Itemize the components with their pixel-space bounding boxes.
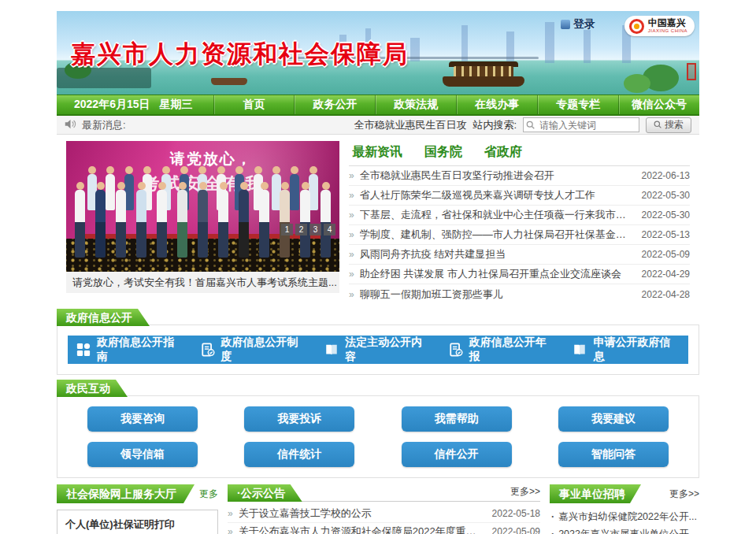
item-arrow-icon: » xyxy=(349,170,354,181)
book-icon xyxy=(324,343,339,357)
announcement-item[interactable]: » 关于公布嘉兴市人力资源和社会保障局2022年度重大行政决策事... 2022… xyxy=(228,523,540,534)
bullet-icon: · xyxy=(551,511,554,522)
person-figure xyxy=(258,182,270,258)
person-figure xyxy=(197,182,209,258)
news-panel: 最新资讯国务院省政府 » 全市稳就业惠民生百日攻坚行动推进会召开 2022-06… xyxy=(349,141,690,304)
news-item[interactable]: » 下基层、走流程，省社保和就业中心主任项薇一行来我市调研“国统”上线情况 20… xyxy=(349,206,690,225)
item-arrow-icon: » xyxy=(349,229,354,240)
site-title: 嘉兴市人力资源和社会保障局 xyxy=(71,38,409,71)
interaction-button[interactable]: 我要建议 xyxy=(558,406,669,432)
item-arrow-icon: » xyxy=(349,269,354,280)
news-item-date: 2022-06-13 xyxy=(642,170,690,181)
pavilion xyxy=(687,63,696,80)
search-box xyxy=(523,117,639,132)
nav-item[interactable]: 首页 xyxy=(213,95,295,114)
gov-info-button[interactable]: 申请公开政府信息 xyxy=(564,336,688,364)
news-item-date: 2022-04-28 xyxy=(642,289,690,300)
pager-dot[interactable]: 1 xyxy=(281,224,293,235)
nav-item[interactable]: 微信公众号 xyxy=(618,95,699,114)
item-arrow-icon: » xyxy=(349,289,354,300)
main-content-row: 请党放心， 考试安全有我 1234 请党放心，考试安全有我！首届嘉兴市人事考试系… xyxy=(57,135,699,304)
news-item[interactable]: » 聊聊五一假期加班工资那些事儿 2022-04-28 xyxy=(349,284,690,304)
site-logo: 中国嘉兴 JIAXING CHINA xyxy=(624,16,695,36)
gov-info-button[interactable]: 政府信息公开年报 xyxy=(440,336,565,364)
pager-dot[interactable]: 4 xyxy=(324,224,335,235)
interaction-buttons: 我要咨询我要投诉我需帮助我要建议领导信箱信件统计信件公开智能问答 xyxy=(57,395,699,478)
service-item[interactable]: 个人(单位)社保证明打印 xyxy=(57,510,218,534)
announcements-title: ·公示公告 xyxy=(228,484,302,502)
news-item-date: 2022-05-13 xyxy=(642,229,690,240)
news-item-title: 下基层、走流程，省社保和就业中心主任项薇一行来我市调研“国统”上线情况 xyxy=(360,208,634,222)
recruitment-title: 事业单位招聘 xyxy=(550,484,641,503)
pager-dot[interactable]: 2 xyxy=(295,224,307,235)
item-arrow-icon: » xyxy=(349,190,354,201)
news-tab[interactable]: 国务院 xyxy=(423,143,464,165)
interaction-button[interactable]: 智能问答 xyxy=(558,442,669,467)
nav-item[interactable]: 政务公开 xyxy=(294,95,375,114)
nav-item[interactable]: 专题专栏 xyxy=(537,95,618,114)
recruitment-list: · 嘉兴市妇幼保健院2022年公开... · 2022年嘉兴市属事业单位公开..… xyxy=(550,508,699,534)
item-arrow-icon: » xyxy=(228,526,233,534)
doc-check-icon xyxy=(449,343,463,357)
person-figure xyxy=(115,182,127,258)
recruitment-item-title: 嘉兴市妇幼保健院2022年公开... xyxy=(558,510,699,524)
news-item[interactable]: » 全市稳就业惠民生百日攻坚行动推进会召开 2022-06-13 xyxy=(349,166,690,186)
gov-info-button[interactable]: 政府信息公开指南 xyxy=(68,336,192,364)
announcement-item[interactable]: » 关于设立嘉善技工学校的公示 2022-05-18 xyxy=(228,505,540,523)
search-button[interactable]: 搜索 xyxy=(646,117,691,133)
announcements-list: » 关于设立嘉善技工学校的公示 2022-05-18 » 关于公布嘉兴市人力资源… xyxy=(228,505,540,534)
doc-check-icon xyxy=(201,343,215,357)
page-container: 嘉兴市人力资源和社会保障局 登录 中国嘉兴 JIAXING CHINA 2022… xyxy=(57,11,699,534)
nav-item[interactable]: 在线办事 xyxy=(456,95,537,114)
interaction-button[interactable]: 我需帮助 xyxy=(402,406,512,432)
ticker-scrolling-text[interactable]: 全市稳就业惠民生百日攻 xyxy=(354,118,466,132)
news-item[interactable]: » 风雨同舟齐抗疫 结对共建显担当 2022-05-09 xyxy=(349,245,690,265)
nav-date: 2022年6月15日 星期三 xyxy=(57,95,213,114)
item-arrow-icon: » xyxy=(228,508,233,519)
news-item-title: 学制度、建机制、强防控——市人力社保局召开社保基金要情专题学习会 xyxy=(360,228,634,242)
announcements-more-link[interactable]: 更多>> xyxy=(510,485,540,501)
person-figure xyxy=(135,182,147,258)
news-item-title: 风雨同舟齐抗疫 结对共建显担当 xyxy=(360,247,634,261)
ticker-label: 最新消息: xyxy=(82,118,126,132)
news-item[interactable]: » 学制度、建机制、强防控——市人力社保局召开社保基金要情专题学习会 2022-… xyxy=(349,225,690,245)
recruitment-more-link[interactable]: 更多>> xyxy=(669,488,699,503)
news-tabs: 最新资讯国务院省政府 xyxy=(349,141,690,166)
social-security-title: 社会保险网上服务大厅 xyxy=(57,484,195,503)
search-icon xyxy=(654,121,662,129)
book-icon xyxy=(573,343,587,357)
gov-info-title: 政府信息公开 xyxy=(57,309,150,326)
interaction-button[interactable]: 领导信箱 xyxy=(87,442,198,467)
gov-info-button[interactable]: 法定主动公开内容 xyxy=(316,336,440,364)
interaction-title: 政民互动 xyxy=(57,380,128,397)
site-banner: 嘉兴市人力资源和社会保障局 登录 中国嘉兴 JIAXING CHINA xyxy=(57,11,699,95)
person-figure xyxy=(176,182,188,258)
login-icon xyxy=(561,20,570,29)
news-item-date: 2022-05-30 xyxy=(642,210,690,221)
person-figure xyxy=(74,182,86,258)
nav-item[interactable]: 政策法规 xyxy=(375,95,456,114)
gov-info-buttons: 政府信息公开指南 政府信息公开制度 法定主动公开内容 政府信息公开年报 xyxy=(57,324,699,375)
tree xyxy=(624,74,650,93)
news-tab[interactable]: 省政府 xyxy=(483,143,524,165)
news-item-title: 聊聊五一假期加班工资那些事儿 xyxy=(360,287,634,302)
search-input[interactable] xyxy=(523,117,639,132)
slideshow-photo[interactable]: 请党放心， 考试安全有我 1234 xyxy=(66,141,339,272)
news-item[interactable]: » 省人社厅陈荣华二级巡视员来嘉兴调研专技人才工作 2022-05-30 xyxy=(349,186,690,206)
social-security-more-link[interactable]: 更多 xyxy=(199,488,218,503)
pager-dot[interactable]: 3 xyxy=(309,224,321,235)
photo-slideshow[interactable]: 请党放心， 考试安全有我 1234 请党放心，考试安全有我！首届嘉兴市人事考试系… xyxy=(66,141,339,304)
login-link[interactable]: 登录 xyxy=(561,17,595,32)
interaction-button[interactable]: 我要咨询 xyxy=(87,406,198,432)
gov-info-button[interactable]: 政府信息公开制度 xyxy=(192,336,317,364)
interaction-button[interactable]: 我要投诉 xyxy=(244,406,354,432)
interaction-button[interactable]: 信件公开 xyxy=(402,442,512,467)
news-tab[interactable]: 最新资讯 xyxy=(350,143,404,165)
interaction-button[interactable]: 信件统计 xyxy=(244,442,354,467)
person-figure xyxy=(217,182,229,258)
recruitment-item[interactable]: · 2022年嘉兴市属事业单位公开... xyxy=(550,525,699,534)
recruitment-item[interactable]: · 嘉兴市妇幼保健院2022年公开... xyxy=(550,508,699,525)
slideshow-pager: 1234 xyxy=(281,224,335,235)
news-item[interactable]: » 助企纾困 共谋发展 市人力社保局召开重点企业交流座谈会 2022-04-29 xyxy=(349,265,690,284)
slideshow-caption[interactable]: 请党放心，考试安全有我！首届嘉兴市人事考试系统主题... xyxy=(66,272,339,293)
